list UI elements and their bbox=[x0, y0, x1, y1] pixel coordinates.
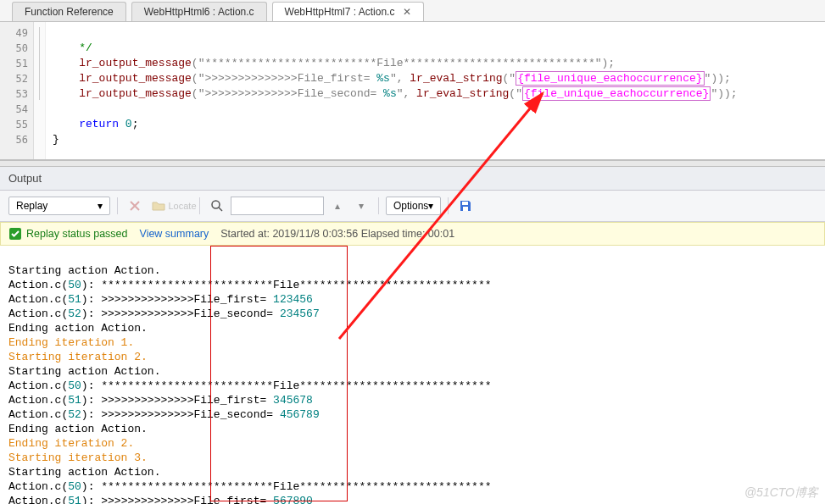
chevron-down-icon: ▾ bbox=[98, 200, 103, 212]
options-dropdown[interactable]: Options ▾ bbox=[386, 197, 441, 215]
chevron-up-icon: ▴ bbox=[335, 200, 340, 212]
folder-icon bbox=[152, 199, 165, 213]
prev-button[interactable]: ▴ bbox=[327, 196, 348, 216]
line-gutter: 4950515253545556 bbox=[0, 22, 34, 159]
delete-button[interactable] bbox=[125, 196, 145, 216]
param-file-unique-1: {file_unique_eachoccurrence} bbox=[516, 71, 704, 86]
code-area[interactable]: */ lr_output_message("******************… bbox=[46, 22, 825, 159]
tab-webhttp6[interactable]: WebHttpHtml6 : Action.c bbox=[131, 2, 267, 21]
view-summary-link[interactable]: View summary bbox=[140, 228, 209, 240]
output-log[interactable]: Starting action Action. Action.c(50): **… bbox=[0, 246, 825, 504]
chevron-down-icon: ▾ bbox=[428, 200, 433, 212]
next-button[interactable]: ▾ bbox=[351, 196, 371, 216]
save-icon bbox=[459, 199, 472, 213]
status-bar: Replay status passed View summary Starte… bbox=[0, 222, 825, 246]
x-icon bbox=[128, 199, 142, 213]
check-icon bbox=[9, 228, 21, 240]
fold-gutter bbox=[34, 22, 46, 159]
folder-button[interactable] bbox=[148, 196, 169, 216]
close-icon[interactable]: ✕ bbox=[403, 6, 411, 18]
search-input[interactable] bbox=[231, 197, 324, 215]
locate-button[interactable]: Locate bbox=[172, 196, 192, 216]
splitter[interactable] bbox=[0, 160, 825, 167]
output-header: Output bbox=[0, 167, 825, 191]
search-icon bbox=[210, 199, 224, 213]
status-meta: Started at: 2019/11/8 0:03:56 Elapsed ti… bbox=[220, 228, 454, 240]
chevron-down-icon: ▾ bbox=[359, 200, 364, 212]
tab-label: WebHttpHtml7 : Action.c bbox=[285, 6, 395, 18]
save-button[interactable] bbox=[455, 196, 476, 216]
replay-dropdown[interactable]: Replay ▾ bbox=[8, 197, 110, 215]
editor-tabs: Function Reference WebHttpHtml6 : Action… bbox=[0, 0, 825, 22]
param-file-unique-2: {file_unique_eachoccurrence} bbox=[522, 86, 711, 101]
tab-function-reference[interactable]: Function Reference bbox=[12, 2, 126, 21]
svg-point-0 bbox=[212, 201, 220, 208]
watermark: @51CTO博客 bbox=[744, 485, 818, 501]
output-toolbar: Replay ▾ Locate ▴ ▾ Options ▾ bbox=[0, 191, 825, 222]
status-pass: Replay status passed bbox=[9, 228, 128, 240]
code-editor[interactable]: 4950515253545556 */ lr_output_message("*… bbox=[0, 22, 825, 160]
svg-rect-1 bbox=[462, 202, 468, 205]
svg-rect-2 bbox=[463, 207, 468, 211]
search-button[interactable] bbox=[207, 196, 227, 216]
tab-webhttp7[interactable]: WebHttpHtml7 : Action.c ✕ bbox=[272, 2, 424, 21]
